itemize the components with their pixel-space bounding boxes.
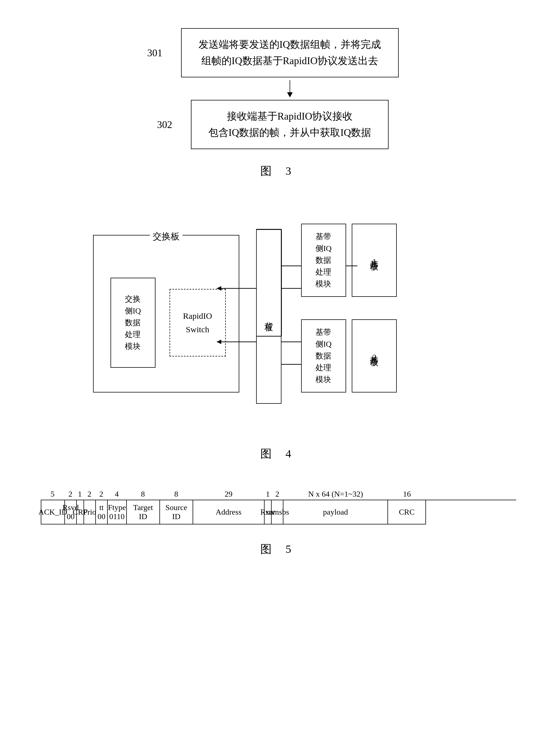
exchange-iq-box: 交换侧IQ数据处理模块: [111, 278, 155, 368]
num-29: 29: [193, 489, 264, 499]
header-target-id: TargetID: [127, 500, 160, 525]
fig5-table: ACK_ID Rsvd00 CRF Prio tt00 Ftype0110 Ta…: [41, 500, 517, 525]
num-8a: 8: [126, 489, 159, 499]
header-ftype: Ftype0110: [108, 500, 127, 525]
fig3-step301-text: 发送端将要发送的IQ数据组帧，并将完成组帧的IQ数据基于RapidIO协议发送出…: [199, 39, 381, 66]
fig3-box-302: 接收端基于RapidIO协议接收包含IQ数据的帧，并从中获取IQ数据: [191, 100, 389, 149]
num-2a: 2: [64, 489, 76, 499]
header-address: Address: [193, 500, 264, 525]
fig5-caption: 图 5: [260, 541, 297, 557]
fig3-arrow-1: [290, 77, 290, 100]
header-tt: tt00: [96, 500, 108, 525]
rapidio-switch-box: RapidIOSwitch: [170, 289, 226, 357]
figure-3: 301 发送端将要发送的IQ数据组帧，并将完成组帧的IQ数据基于RapidIO协…: [28, 28, 529, 179]
fig3-step302-label: 302: [157, 119, 172, 131]
figure-5: 5 2 1 2 2 4 8 8 29 1 2 N x 64 (N=1~32) 1…: [28, 489, 529, 557]
header-ack-id: ACK_ID: [41, 500, 65, 525]
num-2c: 2: [95, 489, 107, 499]
fig3-flow: 301 发送端将要发送的IQ数据组帧，并将完成组帧的IQ数据基于RapidIO协…: [181, 28, 399, 149]
fig3-step302-text: 接收端基于RapidIO协议接收包含IQ数据的帧，并从中获取IQ数据: [208, 111, 372, 138]
num-1: 1: [76, 489, 83, 499]
header-xamsbs: xamsbs: [272, 500, 284, 525]
fig5-numbers-row: 5 2 1 2 2 4 8 8 29 1 2 N x 64 (N=1~32) 1…: [41, 489, 517, 499]
fig4-diagram: 交换板 交换侧IQ数据处理模块 RapidIOSwitch: [82, 207, 475, 426]
baseband2-iq-box: 基带侧IQ数据处理模块: [301, 319, 346, 392]
baseband-unit-2: 基带侧IQ数据处理模块 基带板2: [301, 319, 397, 392]
baseband1-outer-label: 基带板1: [368, 253, 380, 267]
backplane-label: 背板: [263, 315, 274, 318]
figure-4: 交换板 交换侧IQ数据处理模块 RapidIOSwitch: [28, 201, 529, 461]
header-crc: CRC: [388, 500, 426, 525]
num-1b: 1: [264, 489, 271, 499]
fig3-step301-label: 301: [147, 47, 163, 59]
exchange-board-label: 交换板: [150, 230, 182, 243]
num-5: 5: [41, 489, 65, 499]
baseband2-outer-box: 基带板2: [352, 319, 397, 392]
baseband2-outer-label: 基带板2: [368, 349, 380, 363]
fig3-box-301: 发送端将要发送的IQ数据组帧，并将完成组帧的IQ数据基于RapidIO协议发送出…: [181, 28, 399, 77]
num-8b: 8: [159, 489, 193, 499]
num-nx: N x 64 (N=1~32): [283, 489, 388, 499]
baseband-unit-1: 基带侧IQ数据处理模块 基带板1: [301, 224, 397, 297]
header-source-id: SourceID: [160, 500, 193, 525]
header-payload: payload: [284, 500, 388, 525]
num-2b: 2: [84, 489, 95, 499]
exchange-board: 交换板 交换侧IQ数据处理模块 RapidIOSwitch: [93, 235, 239, 392]
baseband2-iq-label: 基带侧IQ数据处理模块: [316, 326, 332, 386]
baseband-group: 基带侧IQ数据处理模块 基带板1 基带侧IQ数据处理模块 基带板2: [301, 224, 397, 392]
exchange-iq-label: 交换侧IQ数据处理模块: [125, 293, 141, 352]
baseband1-iq-box: 基带侧IQ数据处理模块: [301, 224, 346, 297]
rapidio-label: RapidIOSwitch: [183, 309, 212, 336]
baseband1-outer-box: 基带板1: [352, 224, 397, 297]
fig4-caption: 图 4: [260, 446, 297, 461]
num-4: 4: [107, 489, 126, 499]
backplane-box: 背板: [256, 229, 282, 404]
num-16: 16: [388, 489, 426, 499]
num-2d: 2: [271, 489, 283, 499]
fig3-step-302: 302 接收端基于RapidIO协议接收包含IQ数据的帧，并从中获取IQ数据: [191, 100, 389, 149]
fig3-step-301: 301 发送端将要发送的IQ数据组帧，并将完成组帧的IQ数据基于RapidIO协…: [181, 28, 399, 77]
baseband1-iq-label: 基带侧IQ数据处理模块: [316, 231, 332, 290]
fig3-arrow-line-1: [290, 80, 290, 97]
header-prio: Prio: [84, 500, 96, 525]
fig3-caption: 图 3: [260, 163, 297, 179]
fig5-header-row: ACK_ID Rsvd00 CRF Prio tt00 Ftype0110 Ta…: [41, 500, 517, 525]
